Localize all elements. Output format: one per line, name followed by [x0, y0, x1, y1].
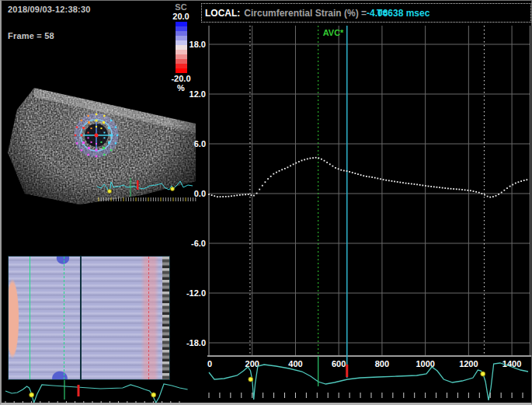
svg-text:-18.0: -18.0 — [186, 338, 206, 347]
header-time-value: T=638 msec — [377, 8, 429, 19]
strain-chart-header: LOCAL: Circumferential Strain (%) = -4.0… — [201, 3, 531, 23]
ultrasound-image-panel[interactable] — [2, 49, 197, 209]
svg-text:400: 400 — [288, 359, 302, 368]
mmode-cursor-line[interactable] — [80, 257, 82, 379]
svg-text:12.0: 12.0 — [190, 89, 206, 99]
echo-strain-analysis-screen: 2018/09/03-12:38:30 Frame = 58 SC 20.0 -… — [0, 0, 532, 405]
svg-text:800: 800 — [375, 359, 389, 368]
header-scope-label: LOCAL: — [205, 8, 240, 19]
frame-counter: Frame = 58 — [8, 31, 54, 40]
svg-text:18.0: 18.0 — [190, 40, 206, 49]
svg-text:-6.0: -6.0 — [191, 239, 206, 248]
mmode-cycle-line-green — [30, 257, 30, 379]
strain-chart[interactable]: 18.012.06.00.0-6.0-12.0-18.0AVC*02004006… — [184, 24, 532, 404]
svg-text:AVC*: AVC* — [323, 28, 344, 37]
svg-text:0: 0 — [207, 359, 212, 368]
mmode-ecg-strip — [3, 379, 190, 405]
mmode-grayscale-strip — [162, 257, 169, 379]
mmode-cycle2-line-red-dashed — [148, 257, 149, 379]
timestamp: 2018/09/03-12:38:30 — [8, 5, 91, 14]
svg-text:-12.0: -12.0 — [186, 288, 206, 298]
svg-text:600: 600 — [332, 359, 346, 368]
svg-text:0.0: 0.0 — [194, 189, 206, 198]
svg-text:1200: 1200 — [459, 359, 478, 368]
color-scale-max: 20.0 — [157, 12, 205, 21]
mmode-avc-line-green-dashed — [64, 257, 64, 379]
anatomical-mmode-panel[interactable] — [8, 256, 170, 380]
ultrasound-ecg-overlay — [97, 176, 198, 204]
header-measure-label: Circumferential Strain (%) = — [244, 8, 367, 19]
color-scale-title: SC — [157, 2, 205, 12]
svg-text:6.0: 6.0 — [194, 139, 206, 148]
